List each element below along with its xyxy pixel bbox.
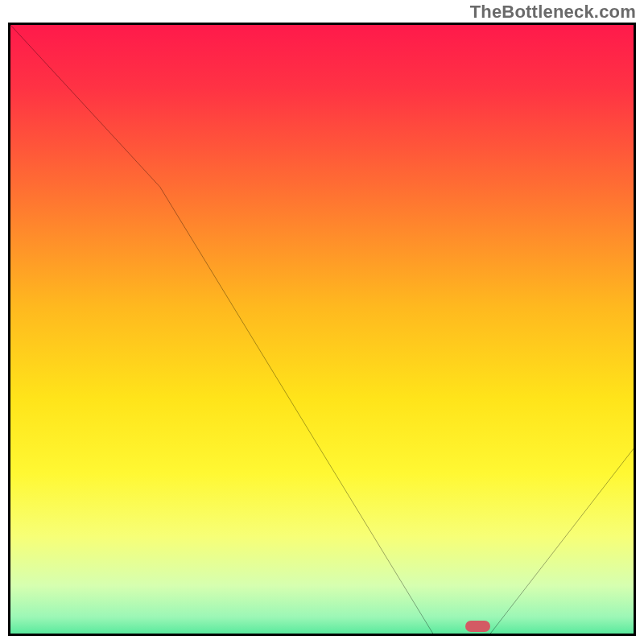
watermark-text: TheBottleneck.com bbox=[470, 2, 636, 23]
chart-background-gradient bbox=[10, 25, 634, 636]
svg-rect-0 bbox=[10, 25, 634, 636]
chart-frame bbox=[8, 23, 636, 636]
optimal-marker bbox=[465, 621, 490, 632]
